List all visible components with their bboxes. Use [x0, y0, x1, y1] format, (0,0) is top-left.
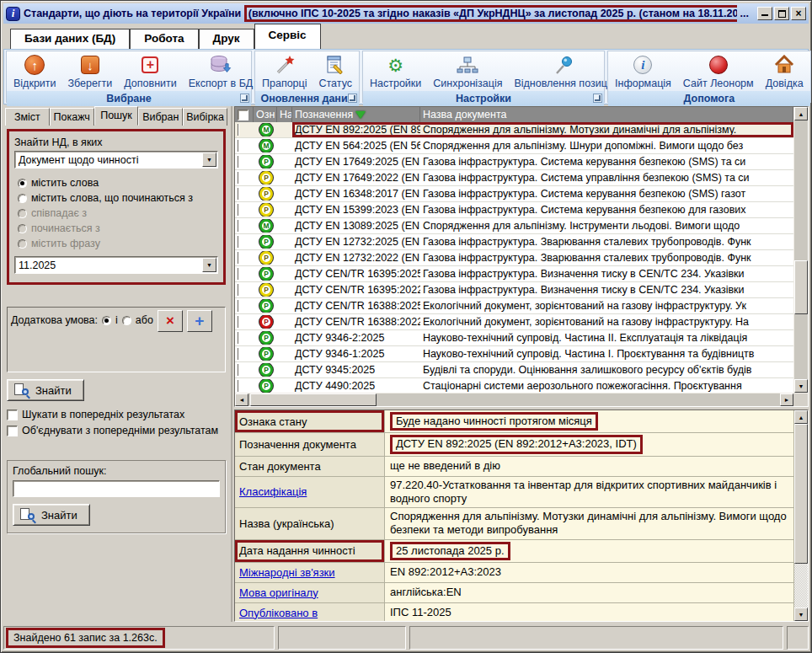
global-find-button[interactable]: Знайти	[13, 504, 90, 526]
tab-databases[interactable]: Бази даних (БД)	[10, 29, 130, 49]
table-vertical-scrollbar[interactable]: ▲ ▼	[793, 107, 808, 393]
table-row[interactable]: М ДСТУ EN 892:2025 (EN 892:2012+A3:2( Сп…	[235, 122, 793, 138]
tab-service[interactable]: Сервіс	[254, 24, 321, 49]
scrollbar-thumb[interactable]	[794, 424, 808, 564]
scroll-up-icon[interactable]: ▲	[794, 410, 808, 424]
row-checkbox[interactable]	[235, 348, 254, 360]
scroll-down-icon[interactable]: ▼	[794, 379, 808, 393]
row-checkbox[interactable]	[235, 284, 254, 296]
column-designation[interactable]: Позначення	[292, 107, 420, 122]
row-checkbox[interactable]	[235, 188, 254, 200]
close-button[interactable]: ×	[791, 7, 806, 20]
table-row[interactable]: Р ДСТУ EN 15399:2023 (EN 15399:2018, Газ…	[235, 202, 793, 218]
row-checkbox[interactable]	[235, 380, 254, 392]
find-button[interactable]: Знайти	[7, 379, 84, 401]
row-checkbox[interactable]	[235, 252, 254, 264]
condition-or-radio[interactable]: або	[122, 314, 153, 326]
remove-condition-button[interactable]: ×	[158, 310, 183, 332]
details-vertical-scrollbar[interactable]: ▲ ▼	[793, 410, 808, 621]
table-row[interactable]: Р ДСТУ EN 17649:2025 (EN 17649:2022, Газ…	[235, 154, 793, 170]
search-field-combobox[interactable]: Документ щодо чинності ▼	[14, 151, 218, 169]
table-horizontal-scrollbar[interactable]: ◄ ►	[235, 393, 808, 406]
table-row[interactable]: М ДСТУ EN 564:2025 (EN 564:2023, IDT) Сп…	[235, 138, 793, 154]
table-row[interactable]: Р ДСТУ CEN/TR 16388:2025 (CEN/TR 16: Еко…	[235, 298, 793, 314]
open-button[interactable]: ↑ Відкрити	[10, 53, 60, 91]
settings-button[interactable]: ⚙ Настройки	[366, 53, 425, 91]
chevron-down-icon[interactable]: ▼	[202, 153, 216, 167]
scroll-right-icon[interactable]: ►	[780, 393, 793, 406]
scroll-left-icon[interactable]: ◄	[235, 393, 248, 406]
sync-button[interactable]: Синхронізація	[430, 53, 505, 91]
row-checkbox[interactable]	[235, 172, 254, 184]
sidebar-tab-contents[interactable]: Зміст	[5, 108, 50, 126]
table-row[interactable]: Р ДСТУ 9346-1:2025 Науково-технічний суп…	[235, 346, 793, 362]
scroll-up-icon[interactable]: ▲	[794, 107, 808, 120]
row-checkbox[interactable]	[235, 204, 254, 216]
help-button[interactable]: Довідка	[762, 53, 807, 91]
detail-label[interactable]: Мова оригіналу	[239, 586, 318, 599]
dialog-launcher-icon[interactable]	[240, 94, 249, 103]
tab-print[interactable]: Друк	[199, 29, 254, 49]
scrollbar-thumb[interactable]	[250, 393, 377, 406]
table-row[interactable]: Р ДСТУ EN 17649:2022 (EN 17649:2022, Газ…	[235, 170, 793, 186]
status-button[interactable]: Статус	[316, 53, 356, 91]
table-row[interactable]: Р ДСТУ 9345:2025 Будівлі та споруди. Оці…	[235, 362, 793, 378]
site-leonorm-button[interactable]: Сайт Леонорм	[680, 53, 757, 91]
scrollbar-thumb[interactable]	[794, 260, 808, 314]
table-row[interactable]: Р ДСТУ CEN/TR 16388:2022 (CEN/TR 16: Еко…	[235, 314, 793, 330]
column-state[interactable]: Озн	[254, 107, 277, 122]
row-checkbox[interactable]	[235, 268, 254, 280]
option-starts-with-words[interactable]: містить слова, що починаються з	[18, 192, 218, 204]
chevron-down-icon[interactable]: ▼	[202, 258, 216, 272]
detail-value-text: 25 листопада 2025 р.	[390, 542, 510, 560]
detail-label[interactable]: Опубліковано в	[239, 607, 318, 619]
table-row[interactable]: Р ДСТУ 4490:2025 Стаціонарні системи аер…	[235, 378, 793, 393]
table-row[interactable]: М ДСТУ EN 13089:2025 (EN 13089:2011+ Спо…	[235, 218, 793, 234]
append-button[interactable]: + Доповнити	[120, 53, 180, 91]
maximize-button[interactable]	[774, 7, 789, 20]
detail-label[interactable]: Міжнародні зв'язки	[239, 566, 335, 579]
dialog-launcher-icon[interactable]	[593, 94, 602, 103]
restore-position-button[interactable]: Відновлення позиції	[510, 53, 616, 91]
row-checkbox[interactable]	[235, 364, 254, 376]
column-document-name[interactable]: Назва документа	[420, 107, 793, 122]
global-search-input[interactable]	[13, 480, 220, 497]
table-row[interactable]: Р ДСТУ CEN/TR 16395:2025 (CEN/TR 16: Газ…	[235, 266, 793, 282]
scroll-down-icon[interactable]: ▼	[794, 608, 808, 621]
row-checkbox[interactable]	[235, 140, 254, 152]
row-checkbox[interactable]	[235, 124, 254, 136]
table-row[interactable]: Р ДСТУ EN 16348:2017 (EN 16348:2013, Газ…	[235, 186, 793, 202]
add-condition-button[interactable]: +	[187, 310, 212, 332]
state-badge-cell: Р	[254, 379, 277, 393]
table-row[interactable]: Р ДСТУ EN 12732:2022 (EN 12732:2021, Газ…	[235, 250, 793, 266]
search-query-combobox[interactable]: 11.2025 ▼	[14, 256, 218, 274]
search-previous-checkbox[interactable]: Шукати в попередніх результатах	[7, 409, 227, 420]
save-button[interactable]: ↓ Зберегти	[65, 53, 116, 91]
row-checkbox[interactable]	[235, 220, 254, 232]
row-checkbox[interactable]	[235, 156, 254, 168]
table-row[interactable]: Р ДСТУ 9346-2:2025 Науково-технічний суп…	[235, 330, 793, 346]
condition-and-radio[interactable]: і	[102, 314, 118, 326]
information-button[interactable]: i Інформація	[612, 53, 675, 91]
sidebar-tab-index[interactable]: Покажч	[50, 108, 94, 126]
option-contains-words[interactable]: містить слова	[18, 177, 218, 189]
sidebar-tab-selected[interactable]: Вибран	[138, 108, 183, 126]
table-row[interactable]: Р ДСТУ CEN/TR 16395:2022 (CEN/TR 16: Газ…	[235, 282, 793, 298]
detail-label[interactable]: Класифікація	[239, 485, 307, 498]
filter-funnel-icon[interactable]	[355, 111, 366, 119]
sidebar-tab-search[interactable]: Пошук	[94, 106, 139, 126]
row-checkbox[interactable]	[235, 300, 254, 312]
merge-previous-checkbox[interactable]: Об'єднувати з попередніми результатам	[7, 425, 227, 436]
sidebar-tab-selection[interactable]: Вибірка	[183, 108, 227, 126]
export-db-button[interactable]: Експорт в БД	[185, 53, 257, 91]
table-row[interactable]: Р ДСТУ EN 12732:2025 (EN 12732:2021, Газ…	[235, 234, 793, 250]
tab-work[interactable]: Робота	[130, 29, 198, 49]
dialog-launcher-icon[interactable]	[348, 94, 357, 103]
row-checkbox[interactable]	[235, 316, 254, 328]
column-extra[interactable]: Наз	[277, 107, 292, 122]
minimize-button[interactable]	[757, 7, 772, 20]
flags-button[interactable]: Прапорці	[259, 53, 311, 91]
select-all-checkbox[interactable]	[235, 107, 254, 122]
row-checkbox[interactable]	[235, 332, 254, 344]
row-checkbox[interactable]	[235, 236, 254, 248]
